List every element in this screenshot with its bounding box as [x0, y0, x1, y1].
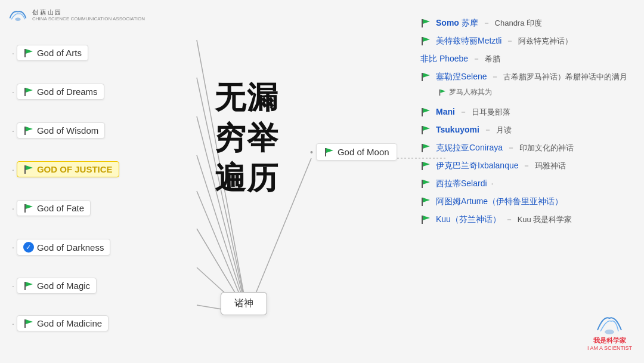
item-desc: 月读: [496, 125, 512, 134]
watermark-text: 我是科学家: [593, 336, 626, 345]
flag-icon: [420, 107, 431, 117]
node-label-justice: GOD OF JUSTICE: [37, 164, 113, 174]
svg-rect-21: [24, 282, 26, 290]
item-name-cn: Kuu（芬兰神话）: [436, 214, 501, 224]
svg-marker-40: [423, 144, 430, 149]
right-item-2: 非比 Phoebe － 希腊: [420, 54, 635, 64]
node-bullet: ·: [12, 87, 14, 97]
right-item-content-2: 非比 Phoebe － 希腊: [420, 54, 635, 64]
right-item-content-7: 伊克巴兰奇Ixbalanque － 玛雅神话: [436, 161, 635, 171]
flag-icon: [23, 204, 34, 213]
flag-icon: [420, 36, 431, 46]
right-item-content-8: 西拉蒂Selardi ·: [436, 179, 635, 189]
svg-marker-12: [26, 49, 33, 54]
node-madicine[interactable]: · God of Madicine: [12, 315, 109, 331]
flag-icon: [23, 48, 34, 58]
item-dash: －: [506, 36, 514, 45]
node-wisdom[interactable]: · God of Wisdom: [12, 122, 105, 139]
item-dash: －: [507, 143, 515, 152]
watermark: 我是科学家 I AM A SCIENTIST: [587, 312, 632, 351]
flag-icon: [23, 165, 34, 174]
node-box-madicine[interactable]: God of Madicine: [17, 315, 109, 331]
node-box-fate[interactable]: God of Fate: [17, 200, 91, 216]
item-name-cn: 伊克巴兰奇Ixbalanque: [436, 161, 519, 170]
svg-point-49: [605, 330, 614, 334]
right-item-sub: 罗马人称其为: [420, 87, 635, 97]
item-name-cn: 塞勒涅Selene: [436, 72, 487, 81]
flag-icon: [420, 179, 431, 189]
flag-icon: [420, 125, 431, 135]
moon-bullet: •: [310, 147, 313, 157]
node-box-darkness[interactable]: ✓God of Darkness: [17, 239, 111, 256]
svg-rect-43: [422, 180, 423, 188]
svg-marker-28: [423, 19, 430, 24]
flag-icon: [23, 126, 34, 136]
right-item-7: 伊克巴兰奇Ixbalanque － 玛雅神话: [420, 161, 635, 171]
item-dash: －: [472, 54, 481, 63]
item-dash: －: [482, 18, 491, 27]
node-magic[interactable]: · God of Magic: [12, 278, 97, 294]
item-name-cn: 美特兹特丽Metztli: [436, 36, 501, 45]
item-name-cn: 克妮拉亚Coniraya: [436, 143, 503, 152]
svg-marker-34: [440, 90, 445, 93]
right-item-content-5: Tsukuyomi － 月读: [436, 125, 635, 136]
item-desc: 古希腊罗马神话）希腊神话中的满月: [503, 72, 627, 81]
node-arts[interactable]: · God of Arts: [12, 45, 88, 61]
flag-icon: [23, 281, 34, 291]
svg-rect-33: [439, 90, 441, 96]
svg-marker-42: [423, 162, 430, 167]
node-box-magic[interactable]: God of Magic: [17, 278, 97, 294]
right-item-0: Somo 苏摩 － Chandra 印度: [420, 18, 635, 29]
svg-marker-38: [423, 126, 430, 131]
svg-marker-46: [423, 198, 430, 202]
item-desc: Chandra: [495, 19, 525, 27]
node-label-dreams: God of Dreams: [37, 87, 98, 97]
item-name-en: Mani: [436, 107, 455, 116]
node-fate[interactable]: · God of Fate: [12, 200, 91, 216]
right-item-10: Kuu（芬兰神话） － Kuu 我是科学家: [420, 214, 635, 225]
svg-rect-35: [422, 108, 423, 116]
item-dash: －: [491, 72, 499, 81]
node-darkness[interactable]: ·✓God of Darkness: [12, 239, 110, 256]
svg-rect-27: [422, 19, 423, 27]
svg-rect-45: [422, 198, 423, 206]
item-name-cn: 苏摩: [462, 18, 478, 27]
node-box-dreams[interactable]: God of Dreams: [17, 84, 104, 100]
right-item-3: 塞勒涅Selene － 古希腊罗马神话）希腊神话中的满月罗马人称其为: [420, 72, 635, 100]
left-panel: · God of Arts· God of Dreams· God of Wis…: [6, 18, 197, 352]
flag-icon: [23, 87, 34, 97]
node-dreams[interactable]: · God of Dreams: [12, 84, 104, 100]
node-justice[interactable]: · GOD OF JUSTICE: [12, 161, 119, 177]
flag-icon: [420, 72, 431, 82]
svg-rect-25: [325, 148, 326, 156]
svg-rect-23: [24, 319, 26, 328]
item-desc: 印加文化的神话: [519, 143, 574, 152]
node-label-darkness: God of Darkness: [37, 242, 104, 253]
node-bullet: ·: [12, 204, 14, 213]
center-chinese-text: 无漏 穷举 遍历: [215, 78, 279, 199]
node-bullet: ·: [12, 126, 14, 136]
svg-marker-24: [26, 319, 33, 324]
node-bullet: ·: [12, 48, 14, 58]
node-bullet: ·: [12, 319, 14, 328]
svg-rect-17: [24, 165, 26, 174]
svg-marker-20: [26, 204, 33, 209]
right-item-9: 阿图姆Artume（伊特鲁里亚神话）: [420, 196, 635, 207]
node-bullet: ·: [12, 242, 14, 252]
item-name-cn: 非比 Phoebe: [420, 54, 468, 63]
svg-marker-48: [423, 216, 430, 220]
node-box-justice[interactable]: GOD OF JUSTICE: [17, 161, 119, 177]
item-desc: 日耳曼部落: [472, 107, 510, 116]
item-dash: －: [505, 214, 513, 224]
item-name-en: Tsukuyomi: [436, 125, 479, 134]
node-box-wisdom[interactable]: God of Wisdom: [17, 122, 105, 139]
node-box-arts[interactable]: God of Arts: [17, 45, 88, 61]
svg-marker-32: [423, 73, 430, 78]
svg-marker-36: [423, 108, 430, 113]
right-item-6: 克妮拉亚Coniraya － 印加文化的神话: [420, 143, 635, 153]
watermark-sub: I AM A SCIENTIST: [587, 345, 632, 351]
flag-icon: [420, 197, 431, 207]
node-label-madicine: God of Madicine: [37, 318, 102, 328]
moon-flag-icon: [324, 147, 335, 157]
svg-rect-13: [24, 88, 26, 96]
